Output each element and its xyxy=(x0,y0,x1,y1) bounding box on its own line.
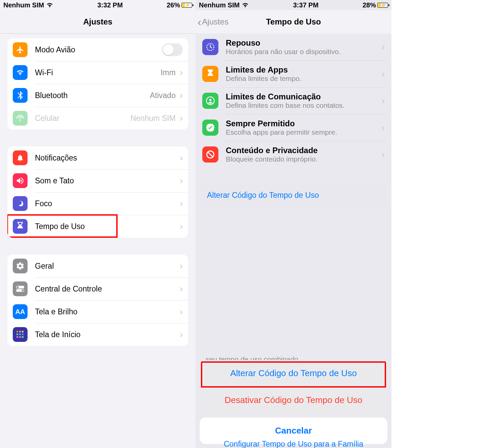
cellular-icon xyxy=(13,111,28,126)
chevron-right-icon: › xyxy=(180,113,183,124)
chevron-right-icon: › xyxy=(382,95,385,106)
row-title: Limites de Apps xyxy=(226,65,382,75)
row-bluetooth[interactable]: Bluetooth Ativado › xyxy=(7,84,188,107)
chevron-right-icon: › xyxy=(180,306,183,317)
home-grid-icon xyxy=(13,327,28,342)
sheet-disable-passcode-button[interactable]: Desativar Código do Tempo de Uso xyxy=(200,387,387,413)
row-title: Notificações xyxy=(35,153,178,163)
page-title: Ajustes xyxy=(83,17,113,27)
chevron-right-icon: › xyxy=(180,67,183,78)
row-title: Tempo de Uso xyxy=(35,222,178,231)
chevron-right-icon: › xyxy=(180,90,183,101)
row-title: Wi-Fi xyxy=(35,68,161,77)
clock-label: 3:37 PM xyxy=(249,1,363,9)
clock-icon xyxy=(202,39,218,55)
svg-line-17 xyxy=(208,152,213,157)
screen-time-screen: Nenhum SIM 3:37 PM 28% ⚡ ‹ Ajustes Tempo… xyxy=(196,0,391,448)
row-wifi[interactable]: Wi-Fi Imm › xyxy=(7,61,188,84)
carrier-label: Nenhum SIM xyxy=(3,1,44,9)
row-content-privacy[interactable]: Conteúdo e Privacidade Bloqueie conteúdo… xyxy=(201,141,386,168)
row-display[interactable]: AA Tela e Brilho › xyxy=(7,300,188,323)
chevron-right-icon: › xyxy=(180,261,183,271)
chevron-right-icon: › xyxy=(382,69,385,79)
row-subtitle: Escolha apps para permitir sempre. xyxy=(226,128,382,136)
row-title: Geral xyxy=(35,262,178,271)
text-size-icon: AA xyxy=(13,304,28,319)
wifi-icon xyxy=(13,65,28,80)
svg-point-15 xyxy=(209,99,212,101)
wifi-status-icon xyxy=(46,2,53,8)
settings-group-general: Geral › Central de Controle › AA Tela e … xyxy=(7,255,188,346)
change-passcode-link[interactable]: Alterar Código do Tempo de Uso xyxy=(201,184,386,207)
hourglass-icon xyxy=(202,66,218,82)
gear-icon xyxy=(13,259,28,273)
row-title: Limites de Comunicação xyxy=(226,92,382,101)
chevron-right-icon: › xyxy=(180,329,183,340)
partial-text-bottom: Configurar Tempo de Uso para a Família xyxy=(196,440,391,448)
sheet-change-passcode-button[interactable]: Alterar Código do Tempo de Uso xyxy=(200,360,387,387)
svg-rect-8 xyxy=(19,333,21,335)
row-cellular[interactable]: Celular Nenhum SIM › xyxy=(7,107,188,130)
chevron-left-icon: ‹ xyxy=(198,16,201,28)
row-general[interactable]: Geral › xyxy=(7,255,188,277)
battery-icon: ⚡ xyxy=(377,3,388,8)
row-title: Central de Controle xyxy=(35,284,178,294)
row-notifications[interactable]: Notificações › xyxy=(7,146,188,169)
row-title: Sempre Permitido xyxy=(226,119,382,128)
switches-icon xyxy=(13,281,28,296)
row-title: Modo Avião xyxy=(35,45,162,54)
bell-icon xyxy=(13,150,28,165)
bluetooth-detail: Ativado xyxy=(150,91,176,100)
row-control-center[interactable]: Central de Controle › xyxy=(7,277,188,300)
settings-group-connectivity: Modo Avião Wi-Fi Imm › Bluetooth Ativado… xyxy=(7,38,188,130)
chevron-right-icon: › xyxy=(180,283,183,294)
row-subtitle: Defina limites de tempo. xyxy=(226,75,382,83)
row-title: Repouso xyxy=(226,38,382,48)
svg-rect-9 xyxy=(22,333,24,335)
chevron-right-icon: › xyxy=(180,221,183,232)
cellular-detail: Nenhum SIM xyxy=(130,114,175,123)
row-title: Tela de Início xyxy=(35,330,178,339)
row-screen-time[interactable]: Tempo de Uso › xyxy=(7,215,188,238)
row-title: Tela e Brilho xyxy=(35,307,178,316)
row-always-allowed[interactable]: Sempre Permitido Escolha apps para permi… xyxy=(201,114,386,141)
row-focus[interactable]: Foco › xyxy=(7,192,188,215)
row-subtitle: Defina limites com base nos contatos. xyxy=(226,101,382,109)
svg-rect-10 xyxy=(16,336,18,338)
screen-time-list: Repouso Horários para não usar o disposi… xyxy=(196,34,391,168)
row-downtime[interactable]: Repouso Horários para não usar o disposi… xyxy=(201,34,386,60)
settings-group-notifications: Notificações › Som e Tato › Foco › xyxy=(7,146,188,238)
airplane-icon xyxy=(13,42,28,57)
nav-bar: Ajustes xyxy=(0,10,196,34)
row-communication-limits[interactable]: Limites de Comunicação Defina limites co… xyxy=(201,87,386,114)
back-button[interactable]: ‹ Ajustes xyxy=(198,16,228,28)
row-app-limits[interactable]: Limites de Apps Defina limites de tempo.… xyxy=(201,60,386,87)
airplane-toggle[interactable] xyxy=(162,43,183,56)
svg-rect-11 xyxy=(19,336,21,338)
chevron-right-icon: › xyxy=(180,152,183,163)
status-bar: Nenhum SIM 3:32 PM 26% ⚡ xyxy=(0,0,196,10)
row-title: Foco xyxy=(35,199,178,208)
row-airplane-mode[interactable]: Modo Avião xyxy=(7,38,188,61)
row-sounds[interactable]: Som e Tato › xyxy=(7,169,188,192)
status-bar: Nenhum SIM 3:37 PM 28% ⚡ xyxy=(196,0,391,10)
clock-label: 3:32 PM xyxy=(53,1,167,9)
battery-icon: ⚡ xyxy=(181,3,192,8)
svg-point-1 xyxy=(17,286,19,288)
bluetooth-icon xyxy=(13,88,28,103)
no-entry-icon xyxy=(202,146,218,163)
svg-point-3 xyxy=(22,289,24,292)
svg-rect-12 xyxy=(22,336,24,338)
row-home-screen[interactable]: Tela de Início › xyxy=(7,323,188,346)
wifi-status-icon xyxy=(242,2,249,8)
nav-bar: ‹ Ajustes Tempo de Uso xyxy=(196,10,391,34)
page-title: Tempo de Uso xyxy=(266,17,321,27)
settings-screen: Nenhum SIM 3:32 PM 26% ⚡ Ajustes Modo Av… xyxy=(0,0,196,448)
contact-icon xyxy=(202,93,218,109)
battery-pct-label: 26% xyxy=(167,1,180,9)
battery-pct-label: 28% xyxy=(363,1,376,9)
wifi-detail: Imm xyxy=(161,68,176,77)
row-title: Bluetooth xyxy=(35,91,150,100)
row-title: Conteúdo e Privacidade xyxy=(226,146,382,155)
badge-check-icon xyxy=(202,120,218,136)
